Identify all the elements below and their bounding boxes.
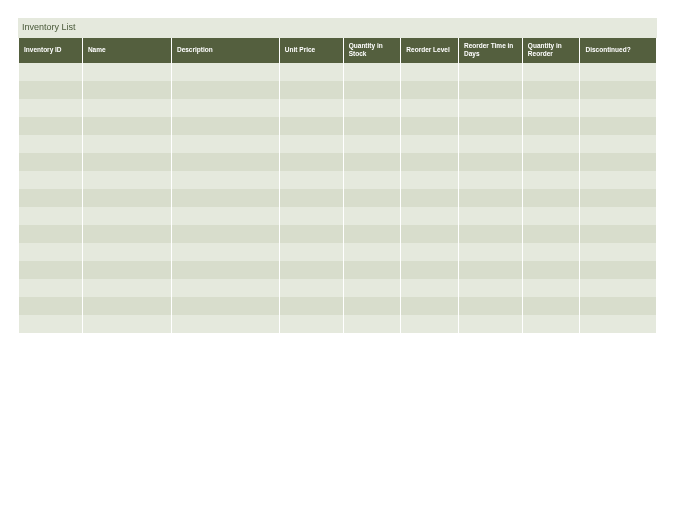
table-cell[interactable] [280,81,343,99]
table-cell[interactable] [459,153,522,171]
table-cell[interactable] [401,81,458,99]
table-cell[interactable] [523,153,580,171]
table-cell[interactable] [172,81,279,99]
table-cell[interactable] [172,297,279,315]
table-cell[interactable] [83,171,171,189]
table-cell[interactable] [19,315,82,333]
table-cell[interactable] [280,243,343,261]
table-cell[interactable] [19,207,82,225]
table-cell[interactable] [19,261,82,279]
table-cell[interactable] [580,63,656,81]
table-cell[interactable] [401,99,458,117]
table-cell[interactable] [523,225,580,243]
table-cell[interactable] [580,207,656,225]
table-cell[interactable] [344,261,401,279]
table-cell[interactable] [401,279,458,297]
table-cell[interactable] [83,63,171,81]
table-cell[interactable] [19,117,82,135]
table-cell[interactable] [280,207,343,225]
table-cell[interactable] [172,279,279,297]
table-cell[interactable] [344,117,401,135]
table-cell[interactable] [401,207,458,225]
table-cell[interactable] [523,297,580,315]
table-cell[interactable] [459,117,522,135]
table-cell[interactable] [344,81,401,99]
table-cell[interactable] [172,135,279,153]
table-cell[interactable] [280,117,343,135]
table-cell[interactable] [523,243,580,261]
table-cell[interactable] [19,99,82,117]
table-cell[interactable] [83,117,171,135]
table-cell[interactable] [83,189,171,207]
table-cell[interactable] [580,81,656,99]
table-cell[interactable] [580,261,656,279]
table-cell[interactable] [280,297,343,315]
table-cell[interactable] [523,315,580,333]
table-cell[interactable] [344,225,401,243]
table-cell[interactable] [401,225,458,243]
table-cell[interactable] [19,189,82,207]
table-cell[interactable] [280,171,343,189]
table-cell[interactable] [83,261,171,279]
table-cell[interactable] [523,81,580,99]
table-cell[interactable] [280,135,343,153]
table-cell[interactable] [83,225,171,243]
table-cell[interactable] [172,243,279,261]
table-cell[interactable] [19,63,82,81]
table-cell[interactable] [523,117,580,135]
table-cell[interactable] [580,135,656,153]
table-cell[interactable] [580,117,656,135]
table-cell[interactable] [280,153,343,171]
table-cell[interactable] [401,243,458,261]
table-cell[interactable] [344,63,401,81]
table-cell[interactable] [172,315,279,333]
table-cell[interactable] [459,81,522,99]
table-cell[interactable] [523,135,580,153]
table-cell[interactable] [280,261,343,279]
table-cell[interactable] [19,81,82,99]
table-cell[interactable] [523,99,580,117]
table-cell[interactable] [172,207,279,225]
table-cell[interactable] [401,63,458,81]
table-cell[interactable] [83,81,171,99]
table-cell[interactable] [83,135,171,153]
table-cell[interactable] [401,261,458,279]
table-cell[interactable] [523,261,580,279]
table-cell[interactable] [580,279,656,297]
table-cell[interactable] [344,99,401,117]
table-cell[interactable] [172,171,279,189]
table-cell[interactable] [19,153,82,171]
table-cell[interactable] [83,243,171,261]
table-cell[interactable] [401,153,458,171]
table-cell[interactable] [344,279,401,297]
table-cell[interactable] [459,99,522,117]
table-cell[interactable] [83,207,171,225]
table-cell[interactable] [172,63,279,81]
table-cell[interactable] [83,315,171,333]
table-cell[interactable] [280,225,343,243]
table-cell[interactable] [401,297,458,315]
table-cell[interactable] [580,171,656,189]
table-cell[interactable] [459,279,522,297]
table-cell[interactable] [19,225,82,243]
table-cell[interactable] [401,171,458,189]
table-cell[interactable] [344,189,401,207]
table-cell[interactable] [280,63,343,81]
table-cell[interactable] [580,189,656,207]
table-cell[interactable] [344,297,401,315]
table-cell[interactable] [344,315,401,333]
table-cell[interactable] [172,153,279,171]
table-cell[interactable] [459,297,522,315]
table-cell[interactable] [401,189,458,207]
table-cell[interactable] [580,315,656,333]
table-cell[interactable] [459,225,522,243]
table-cell[interactable] [459,135,522,153]
table-cell[interactable] [580,99,656,117]
table-cell[interactable] [83,297,171,315]
table-cell[interactable] [280,315,343,333]
table-cell[interactable] [280,99,343,117]
table-cell[interactable] [523,189,580,207]
table-cell[interactable] [344,243,401,261]
table-cell[interactable] [344,171,401,189]
table-cell[interactable] [523,63,580,81]
